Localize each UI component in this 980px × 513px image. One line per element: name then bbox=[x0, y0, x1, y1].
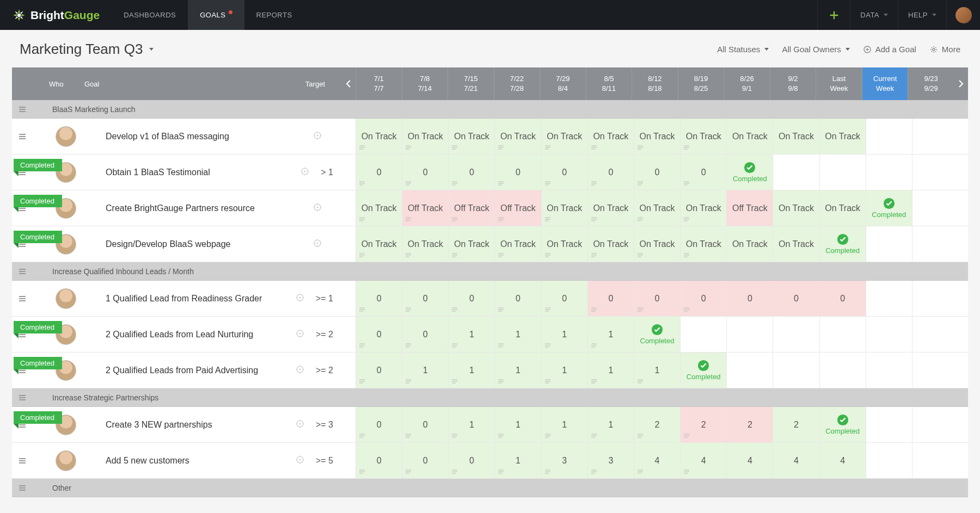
add-button[interactable] bbox=[817, 0, 850, 30]
goal-owner-avatar[interactable] bbox=[33, 450, 82, 471]
week-cell[interactable] bbox=[912, 407, 958, 442]
logo[interactable]: BrightGauge bbox=[0, 8, 112, 22]
week-cell[interactable] bbox=[912, 154, 958, 190]
week-cell[interactable]: 1 bbox=[541, 353, 587, 388]
drag-handle-icon[interactable] bbox=[12, 133, 33, 140]
drag-handle-icon[interactable] bbox=[12, 458, 33, 464]
nav-goals[interactable]: GOALS bbox=[188, 0, 244, 30]
week-cell[interactable] bbox=[912, 190, 958, 226]
week-cell[interactable] bbox=[912, 317, 958, 352]
week-cell[interactable]: 2 bbox=[773, 407, 819, 442]
week-cell[interactable]: 1 bbox=[448, 407, 494, 442]
week-cell[interactable]: 4 bbox=[726, 443, 773, 478]
week-cell[interactable]: 1 bbox=[587, 317, 634, 352]
week-cell[interactable]: 0 bbox=[773, 281, 819, 316]
week-cell[interactable]: 1 bbox=[634, 353, 680, 388]
week-cell[interactable]: On Track bbox=[356, 226, 402, 262]
week-cell[interactable]: 1 bbox=[494, 407, 541, 442]
week-cell[interactable]: 0 bbox=[356, 281, 402, 316]
goal-row[interactable]: CompletedObtain 1 BlaaS Testimonial> 100… bbox=[12, 154, 968, 190]
week-cell[interactable]: On Track bbox=[494, 119, 541, 154]
week-cell[interactable]: Completed bbox=[634, 317, 680, 352]
week-cell[interactable]: 1 bbox=[448, 353, 494, 388]
week-cell[interactable]: 1 bbox=[494, 443, 541, 478]
week-cell[interactable]: 0 bbox=[402, 281, 448, 316]
week-cell[interactable] bbox=[866, 119, 912, 154]
row-scroll-right[interactable] bbox=[958, 317, 968, 352]
week-cell[interactable]: On Track bbox=[634, 226, 680, 262]
goal-row[interactable]: CompletedCreate BrightGauge Partners res… bbox=[12, 190, 968, 226]
scroll-left-button[interactable] bbox=[341, 67, 356, 100]
drag-handle-icon[interactable] bbox=[12, 485, 33, 491]
drag-handle-icon[interactable] bbox=[12, 106, 33, 113]
week-cell[interactable]: 1 bbox=[402, 353, 448, 388]
week-cell[interactable]: On Track bbox=[680, 119, 726, 154]
week-cell[interactable] bbox=[912, 226, 958, 262]
week-cell[interactable]: 2 bbox=[680, 407, 726, 442]
week-cell[interactable] bbox=[680, 317, 726, 352]
week-header-cell[interactable]: 8/198/25 bbox=[678, 67, 724, 100]
week-cell[interactable]: On Track bbox=[356, 190, 402, 226]
week-cell[interactable]: 0 bbox=[726, 281, 773, 316]
nav-reports[interactable]: REPORTS bbox=[244, 0, 304, 30]
filter-owners[interactable]: All Goal Owners bbox=[782, 45, 849, 54]
week-cell[interactable]: Completed bbox=[866, 190, 912, 226]
week-cell[interactable]: 0 bbox=[541, 154, 587, 190]
week-cell[interactable] bbox=[866, 317, 912, 352]
week-cell[interactable] bbox=[773, 317, 819, 352]
week-cell[interactable]: 1 bbox=[587, 407, 634, 442]
week-cell[interactable]: On Track bbox=[448, 226, 494, 262]
row-scroll-right[interactable] bbox=[958, 353, 968, 388]
week-cell[interactable]: On Track bbox=[680, 226, 726, 262]
week-cell[interactable]: Completed bbox=[680, 353, 726, 388]
week-header-cell[interactable]: 9/239/29 bbox=[908, 67, 954, 100]
help-menu[interactable]: HELP bbox=[898, 0, 946, 30]
week-cell[interactable] bbox=[912, 443, 958, 478]
week-cell[interactable]: 1 bbox=[448, 317, 494, 352]
week-cell[interactable]: 0 bbox=[819, 281, 866, 316]
week-cell[interactable]: 0 bbox=[402, 407, 448, 442]
week-cell[interactable]: 0 bbox=[587, 154, 634, 190]
section-header[interactable]: Increase Qualified Inbound Leads / Month bbox=[12, 262, 968, 281]
week-header-cell[interactable]: 8/58/11 bbox=[586, 67, 632, 100]
week-cell[interactable]: 0 bbox=[680, 154, 726, 190]
goal-row[interactable]: CompletedDesign/Develop BlaaS webpageOn … bbox=[12, 226, 968, 262]
week-header-cell[interactable]: CurrentWeek bbox=[862, 67, 908, 100]
week-cell[interactable]: On Track bbox=[541, 119, 587, 154]
week-cell[interactable]: On Track bbox=[494, 226, 541, 262]
week-cell[interactable]: 0 bbox=[356, 154, 402, 190]
week-cell[interactable]: 1 bbox=[494, 353, 541, 388]
section-header[interactable]: Increase Strategic Partnerships bbox=[12, 388, 968, 407]
row-scroll-right[interactable] bbox=[958, 154, 968, 190]
week-cell[interactable] bbox=[866, 353, 912, 388]
week-cell[interactable]: 0 bbox=[356, 353, 402, 388]
goal-row[interactable]: Add 5 new customers>= 500013344444 bbox=[12, 443, 968, 479]
week-cell[interactable]: On Track bbox=[541, 190, 587, 226]
week-cell[interactable]: Completed bbox=[819, 226, 866, 262]
week-cell[interactable]: On Track bbox=[773, 190, 819, 226]
row-scroll-right[interactable] bbox=[958, 407, 968, 442]
drag-handle-icon[interactable] bbox=[12, 268, 33, 275]
week-header-cell[interactable]: 8/128/18 bbox=[632, 67, 678, 100]
week-cell[interactable]: 0 bbox=[402, 317, 448, 352]
week-cell[interactable]: 0 bbox=[494, 281, 541, 316]
week-header-cell[interactable]: 7/227/28 bbox=[494, 67, 540, 100]
week-cell[interactable]: On Track bbox=[402, 226, 448, 262]
week-header-cell[interactable]: 9/29/8 bbox=[770, 67, 816, 100]
goal-owner-avatar[interactable] bbox=[33, 126, 82, 147]
goal-row[interactable]: CompletedCreate 3 NEW partnerships>= 300… bbox=[12, 407, 968, 443]
week-cell[interactable]: Off Track bbox=[494, 190, 541, 226]
week-cell[interactable]: 2 bbox=[726, 407, 773, 442]
week-cell[interactable]: Off Track bbox=[402, 190, 448, 226]
week-cell[interactable]: 0 bbox=[448, 281, 494, 316]
week-cell[interactable]: 3 bbox=[541, 443, 587, 478]
goal-row[interactable]: Completed2 Qualified Leads from Lead Nur… bbox=[12, 317, 968, 353]
week-cell[interactable]: On Track bbox=[587, 226, 634, 262]
nav-dashboards[interactable]: DASHBOARDS bbox=[112, 0, 188, 30]
week-cell[interactable]: 0 bbox=[448, 154, 494, 190]
week-cell[interactable] bbox=[819, 353, 866, 388]
week-cell[interactable]: On Track bbox=[541, 226, 587, 262]
week-cell[interactable]: On Track bbox=[773, 119, 819, 154]
week-cell[interactable] bbox=[773, 353, 819, 388]
goal-row[interactable]: Completed2 Qualified Leads from Paid Adv… bbox=[12, 353, 968, 388]
